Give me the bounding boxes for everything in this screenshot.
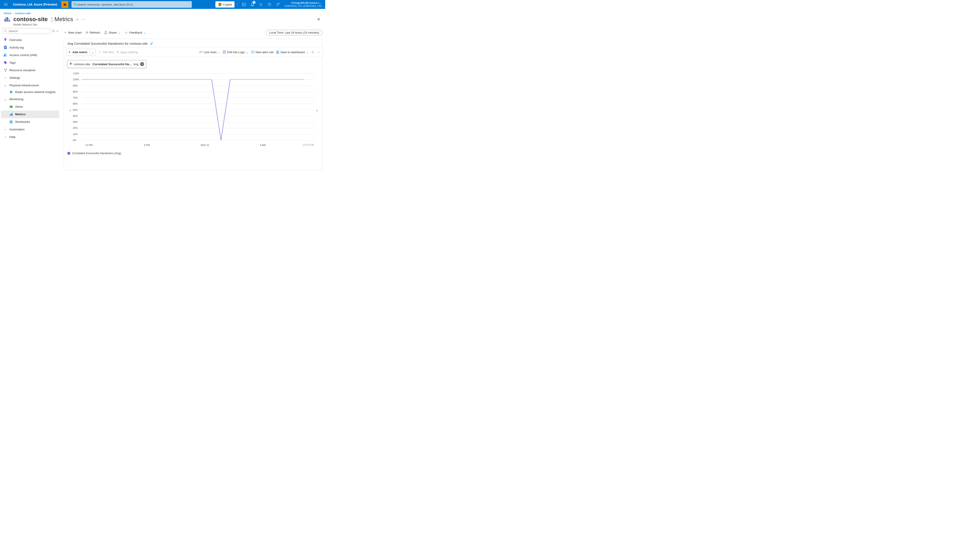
breadcrumb-resource[interactable]: contoso-site bbox=[15, 11, 30, 15]
sidebar-item-label: Access control (IAM) bbox=[10, 53, 37, 57]
resource-type: Mobile Network Site bbox=[13, 23, 321, 26]
new-chart-button[interactable]: ＋ New chart bbox=[64, 30, 82, 35]
svg-point-7 bbox=[5, 39, 6, 40]
notifications-button[interactable]: 1 bbox=[248, 0, 256, 9]
remove-metric-button[interactable]: ✕ bbox=[140, 62, 144, 66]
hamburger-menu-button[interactable] bbox=[1, 0, 11, 9]
sidebar-item-activity-log[interactable]: Activity log bbox=[1, 44, 59, 51]
new-alert-rule-button[interactable]: New alert rule bbox=[251, 51, 274, 54]
line-chart[interactable]: 0%10%20%30%40%50%60%70%80%90%100%110%12 … bbox=[73, 73, 314, 147]
add-metric-button[interactable]: ＋Add metric ⌄ bbox=[66, 49, 96, 56]
more-chart-actions-button[interactable]: ⋯ bbox=[317, 51, 320, 54]
breadcrumb-home[interactable]: Home bbox=[3, 11, 11, 15]
global-search-input[interactable] bbox=[76, 3, 189, 6]
drill-into-logs-button[interactable]: Drill into Logs ⌄ bbox=[223, 51, 248, 54]
sidebar-group-physical-infrastructure[interactable]: ⌄ Physical infrastructure bbox=[1, 81, 59, 89]
add-metric-dropdown[interactable]: ⌄ bbox=[90, 49, 95, 56]
chart-next-button[interactable]: › bbox=[314, 73, 320, 147]
sidebar-group-help[interactable]: › Help bbox=[1, 133, 59, 141]
refresh-button[interactable]: ⟳ Refresh bbox=[86, 31, 100, 34]
sidebar-item-ran-insights[interactable]: Radio access network insights bbox=[1, 89, 59, 95]
feedback-button[interactable]: ☺ Feedback ⌄ bbox=[125, 31, 146, 34]
add-filter-button[interactable]: ⛉ Add filter bbox=[99, 51, 114, 54]
notification-badge: 1 bbox=[253, 1, 256, 4]
time-range-picker[interactable]: Local Time: Last 24 hours (15 minutes) bbox=[266, 30, 323, 35]
sidebar-item-metrics[interactable]: Metrics bbox=[1, 111, 59, 118]
sidebar-group-monitoring[interactable]: ⌄ Monitoring bbox=[1, 95, 59, 103]
help-button[interactable] bbox=[265, 0, 274, 9]
sidebar-item-label: Workbooks bbox=[15, 120, 30, 124]
metric-pill-scope: contoso-site, bbox=[74, 62, 91, 66]
apply-splitting-label: Apply splitting bbox=[120, 51, 138, 54]
sidebar-group-label: Physical infrastructure bbox=[10, 84, 39, 87]
copilot-icon bbox=[218, 3, 222, 6]
logs-icon bbox=[223, 51, 226, 54]
y-axis-tick: 40% bbox=[73, 114, 78, 117]
tag-icon bbox=[3, 61, 7, 64]
y-axis-tick: 60% bbox=[73, 102, 78, 105]
sidebar-item-tags[interactable]: Tags bbox=[1, 59, 59, 66]
sidebar-item-resource-visualizer[interactable]: Resource visualizer bbox=[1, 66, 59, 74]
sidebar-group-settings[interactable]: › Settings bbox=[1, 74, 59, 81]
breadcrumb: Home › contoso-site bbox=[0, 9, 325, 16]
svg-point-0 bbox=[64, 4, 66, 6]
resource-icon bbox=[3, 16, 11, 23]
feedback-button[interactable] bbox=[274, 0, 282, 9]
favorite-button[interactable]: ☆ bbox=[76, 17, 79, 21]
metric-title-text: Avg Correlated Successful Handovers for … bbox=[67, 41, 148, 45]
sidebar-group-label: Automation bbox=[10, 128, 24, 131]
metric-selection-pill[interactable]: contoso-site, Correlated Successful Ha..… bbox=[67, 60, 146, 68]
sidebar-item-overview[interactable]: Overview bbox=[1, 36, 59, 44]
sidebar-search[interactable] bbox=[3, 28, 50, 34]
sidebar-item-alerts[interactable]: Alerts bbox=[1, 103, 59, 111]
add-filter-label: Add filter bbox=[103, 51, 114, 54]
y-axis-tick: 80% bbox=[73, 90, 78, 93]
x-axis-tick: 12 PM bbox=[86, 144, 93, 146]
svg-rect-10 bbox=[5, 47, 6, 48]
gear-icon bbox=[259, 3, 263, 6]
cloud-shell-button[interactable] bbox=[240, 0, 248, 9]
share-button[interactable]: Share ⌄ bbox=[104, 31, 121, 34]
timezone-label: UTC-07:00 bbox=[303, 144, 314, 146]
help-icon bbox=[267, 3, 271, 6]
copilot-button[interactable]: Copilot bbox=[215, 2, 234, 8]
global-search[interactable] bbox=[72, 1, 192, 8]
new-alert-label: New alert rule bbox=[256, 51, 274, 54]
sidebar-group-label: Monitoring bbox=[10, 97, 23, 101]
sidebar-group-automation[interactable]: › Automation bbox=[1, 126, 59, 133]
save-to-dashboard-button[interactable]: Save to dashboard ⌄ bbox=[276, 51, 309, 54]
metric-toolbar: ＋Add metric ⌄ ⛉ Add filter ⧉ Apply split… bbox=[64, 47, 322, 57]
sidebar-group-label: Help bbox=[10, 135, 16, 139]
apply-splitting-button[interactable]: ⧉ Apply splitting bbox=[117, 50, 138, 54]
user-account[interactable]: chrisqpublic@contoso.c... CONTOSO, LTD. … bbox=[282, 1, 324, 8]
pin-icon bbox=[3, 38, 7, 41]
close-blade-button[interactable]: ✕ bbox=[317, 17, 320, 22]
tenant-name[interactable]: Contoso, Ltd. Azure (Preview) bbox=[11, 3, 59, 6]
sidebar-item-workbooks[interactable]: Workbooks bbox=[1, 118, 59, 126]
more-actions-button[interactable]: ⋯ bbox=[81, 17, 85, 21]
svg-rect-11 bbox=[5, 48, 6, 48]
workbooks-icon bbox=[10, 120, 13, 124]
chevron-right-icon: › bbox=[3, 128, 7, 131]
share-icon bbox=[104, 31, 107, 34]
plus-icon: ＋ bbox=[64, 30, 67, 35]
cloud-shell-icon bbox=[242, 3, 246, 6]
line-chart-icon bbox=[199, 51, 202, 53]
expand-collapse-all-button[interactable]: ⇅ bbox=[52, 29, 55, 33]
sidebar-search-input[interactable] bbox=[8, 29, 49, 33]
edit-title-button[interactable] bbox=[150, 42, 153, 45]
sidebar-item-iam[interactable]: Access control (IAM) bbox=[1, 51, 59, 59]
collapse-sidebar-button[interactable]: « bbox=[57, 29, 58, 33]
chart-settings-button[interactable] bbox=[311, 51, 315, 54]
metrics-resource-icon bbox=[4, 16, 11, 23]
chart-prev-button[interactable]: ‹ bbox=[67, 73, 73, 147]
chart-type-button[interactable]: Line chart ⌄ bbox=[199, 51, 220, 54]
debug-button[interactable] bbox=[61, 1, 68, 8]
settings-button[interactable] bbox=[256, 0, 265, 9]
metrics-icon bbox=[10, 113, 13, 116]
svg-point-5 bbox=[277, 3, 278, 5]
chevron-down-icon: ⌄ bbox=[3, 97, 7, 101]
visualizer-icon bbox=[3, 68, 7, 72]
metric-pill-agg: Avg bbox=[133, 62, 138, 66]
svg-rect-25 bbox=[277, 52, 278, 53]
